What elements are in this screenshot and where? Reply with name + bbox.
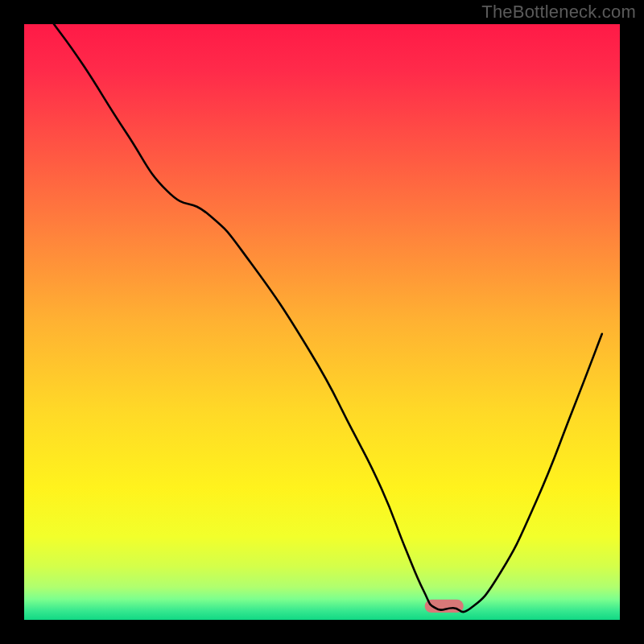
chart-frame: TheBottleneck.com xyxy=(0,0,644,644)
bottleneck-chart xyxy=(0,0,644,644)
watermark-text: TheBottleneck.com xyxy=(481,2,636,23)
optimal-marker xyxy=(425,600,464,613)
